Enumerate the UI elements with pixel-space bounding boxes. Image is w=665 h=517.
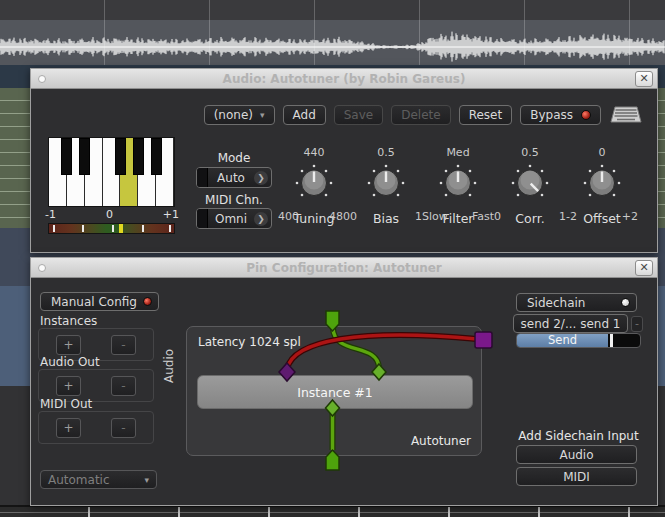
plugin-window-titlebar[interactable]: Audio: Autotuner (by Robin Gareus) ✕ — [31, 69, 657, 89]
meter-mid-label: 0 — [106, 208, 113, 221]
knob-min-label: -2 — [566, 210, 577, 223]
plugin-instance-box[interactable]: Instance #1 — [197, 375, 473, 409]
knob-tuning[interactable]: 440 400 480 Tuning — [281, 146, 347, 226]
config-mode-select[interactable]: Automatic ▾ — [40, 470, 157, 489]
knob-value: 0.5 — [497, 146, 563, 160]
close-icon[interactable]: ✕ — [635, 260, 653, 276]
preset-select[interactable]: (none) ▾ — [204, 105, 275, 125]
midi-out-label: MIDI Out — [40, 397, 92, 411]
knob-max-label: 480 — [329, 210, 350, 223]
button-notch — [197, 168, 208, 187]
chevron-right-icon: ❯ — [254, 212, 268, 226]
manual-config-button[interactable]: Manual Config — [40, 292, 159, 311]
plugin-name-label: Autotuner — [411, 434, 471, 448]
bypass-led-icon — [581, 110, 591, 120]
close-icon[interactable]: ✕ — [635, 71, 653, 87]
mode-select[interactable]: Auto ❯ — [196, 167, 272, 188]
knob-max-label: +2 — [622, 210, 638, 223]
meter-min-label: -1 — [45, 208, 56, 221]
piano-key-black[interactable] — [61, 138, 72, 175]
pin-config-title: Pin Configuration: Autotuner — [31, 261, 657, 275]
plugin-pin-graph: Latency 1024 spl Autotuner Instance #1 — [186, 326, 482, 456]
piano-key-black[interactable] — [133, 138, 144, 175]
preset-toolbar: (none) ▾ Add Save Delete Reset Bypass — [204, 104, 643, 126]
knob-min-label: 0 — [494, 210, 501, 223]
knob-max-label: Fast — [472, 210, 494, 223]
knob-min-label: 400 — [278, 210, 299, 223]
instances-remove-button[interactable]: - — [111, 335, 136, 355]
knob-min-label: Slow — [422, 210, 448, 223]
knob-offset[interactable]: 0 -2 +2 Offset — [569, 146, 635, 226]
window-menu-icon[interactable] — [38, 264, 46, 272]
timeline-ruler — [0, 505, 665, 517]
send-label: Send — [517, 334, 608, 347]
audio-waveform — [0, 0, 665, 65]
knob-corr[interactable]: 0.5 0 1 Corr. — [497, 146, 563, 226]
knob-bias[interactable]: 0.5 0 1 Bias — [353, 146, 419, 226]
meter-max-label: +1 — [163, 208, 179, 221]
plugin-window-title: Audio: Autotuner (by Robin Gareus) — [31, 72, 657, 86]
reset-button[interactable]: Reset — [459, 105, 513, 125]
sidechain-button[interactable]: Sidechain — [516, 293, 637, 312]
knob-max-label: 1 — [559, 210, 566, 223]
add-preset-button[interactable]: Add — [283, 105, 326, 125]
mode-value: Auto — [208, 171, 254, 185]
piano-key-black[interactable] — [115, 138, 126, 175]
sidechain-source-value: send 2/... send 1 — [521, 317, 621, 331]
piano-key-black[interactable] — [151, 138, 162, 175]
manual-config-label: Manual Config — [51, 295, 137, 309]
knob-value: 0.5 — [353, 146, 419, 160]
plugin-window-body: (none) ▾ Add Save Delete Reset Bypass -1… — [31, 89, 657, 252]
sidechain-remove-button[interactable]: - — [631, 316, 643, 332]
instances-add-button[interactable]: + — [56, 335, 81, 355]
bypass-button[interactable]: Bypass — [520, 105, 601, 125]
knob-row: 440 400 480 Tuning0.5 0 1 BiasMed Slow F… — [281, 146, 635, 226]
midi-chn-label: MIDI Chn. — [196, 193, 272, 207]
chevron-down-icon: ▾ — [260, 110, 265, 120]
button-notch — [197, 209, 208, 228]
meter-tick — [142, 225, 144, 232]
pin-config-titlebar[interactable]: Pin Configuration: Autotuner ✕ — [31, 258, 657, 278]
piano-key-black[interactable] — [79, 138, 90, 175]
add-sidechain-audio-button[interactable]: Audio — [516, 445, 637, 464]
add-sidechain-midi-button[interactable]: MIDI — [516, 467, 637, 486]
send-level-slider[interactable]: Send — [516, 333, 641, 348]
knob-max-label: 1 — [415, 210, 422, 223]
audio-bus-label: Audio — [162, 349, 176, 383]
audio-out-add-button[interactable]: + — [56, 376, 81, 396]
sidechain-source-select[interactable]: send 2/... send 1 — [513, 314, 628, 333]
instance-label: Instance #1 — [297, 385, 373, 400]
send-slider-handle[interactable] — [610, 334, 613, 347]
pitch-meter — [48, 223, 175, 234]
piano-keyboard[interactable] — [48, 137, 175, 207]
knob-name: Bias — [353, 211, 419, 226]
audio-out-remove-button[interactable]: - — [111, 376, 136, 396]
midi-out-add-button[interactable]: + — [56, 418, 81, 438]
knob-min-label: 0 — [350, 210, 357, 223]
knob-name: Corr. — [497, 211, 563, 226]
config-mode-value: Automatic — [48, 473, 110, 487]
delete-preset-button: Delete — [391, 105, 450, 125]
window-menu-icon[interactable] — [38, 75, 46, 83]
meter-tick — [53, 225, 55, 232]
knob-filter[interactable]: Med Slow Fast Filter — [425, 146, 491, 226]
midi-out-remove-button[interactable]: - — [111, 418, 136, 438]
preset-selected-value: (none) — [214, 108, 253, 122]
audio-out-label: Audio Out — [40, 355, 100, 369]
meter-tick — [82, 225, 84, 232]
plugin-window: Audio: Autotuner (by Robin Gareus) ✕ (no… — [30, 68, 658, 253]
keyboard-icon[interactable] — [609, 104, 643, 126]
pitch-meter-scale: -1 0 +1 — [45, 208, 179, 221]
midi-chn-select[interactable]: Omni ❯ — [196, 208, 272, 229]
manual-config-led-icon — [143, 297, 152, 306]
pin-config-window: Pin Configuration: Autotuner ✕ Manual Co… — [30, 257, 658, 506]
sidechain-led-icon — [621, 298, 630, 307]
meter-tick — [169, 225, 171, 232]
midi-out-group: + - — [38, 411, 154, 444]
chevron-right-icon: ❯ — [254, 171, 268, 185]
midi-chn-value: Omni — [208, 212, 254, 226]
meter-tick — [112, 225, 114, 232]
instances-label: Instances — [40, 314, 97, 328]
pin-config-body: Manual Config Instances + - Audio Out + … — [31, 278, 657, 505]
latency-label: Latency 1024 spl — [198, 335, 301, 349]
